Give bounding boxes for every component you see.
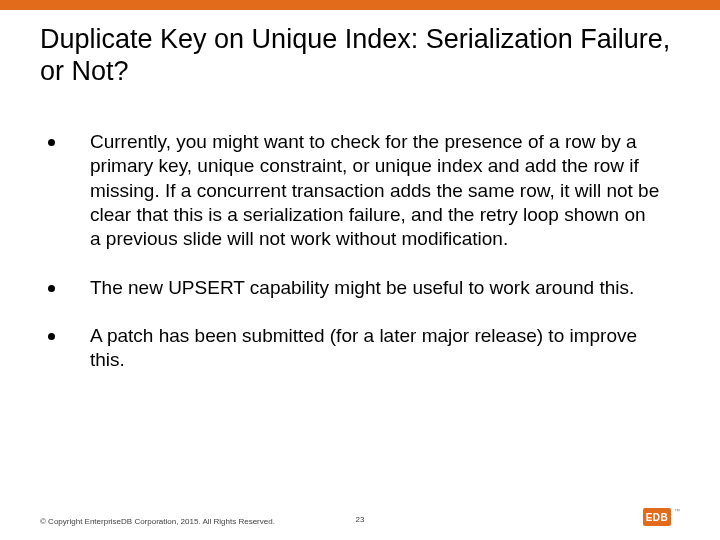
footer: © Copyright EnterpriseDB Corporation, 20… — [40, 508, 680, 526]
slide-title: Duplicate Key on Unique Index: Serializa… — [40, 24, 680, 88]
bullet-list: Currently, you might want to check for t… — [40, 130, 660, 373]
slide-body: Currently, you might want to check for t… — [40, 130, 660, 397]
copyright-text: © Copyright EnterpriseDB Corporation, 20… — [40, 517, 275, 526]
slide: Duplicate Key on Unique Index: Serializa… — [0, 0, 720, 540]
edb-logo-mark-text: EDB — [646, 512, 669, 523]
bullet-item: The new UPSERT capability might be usefu… — [40, 276, 660, 300]
edb-logo: EDB ™ — [643, 508, 680, 526]
bullet-item: A patch has been submitted (for a later … — [40, 324, 660, 373]
top-accent-bar — [0, 0, 720, 10]
edb-logo-mark-icon: EDB — [643, 508, 671, 526]
bullet-item: Currently, you might want to check for t… — [40, 130, 660, 252]
trademark-symbol: ™ — [674, 508, 680, 514]
